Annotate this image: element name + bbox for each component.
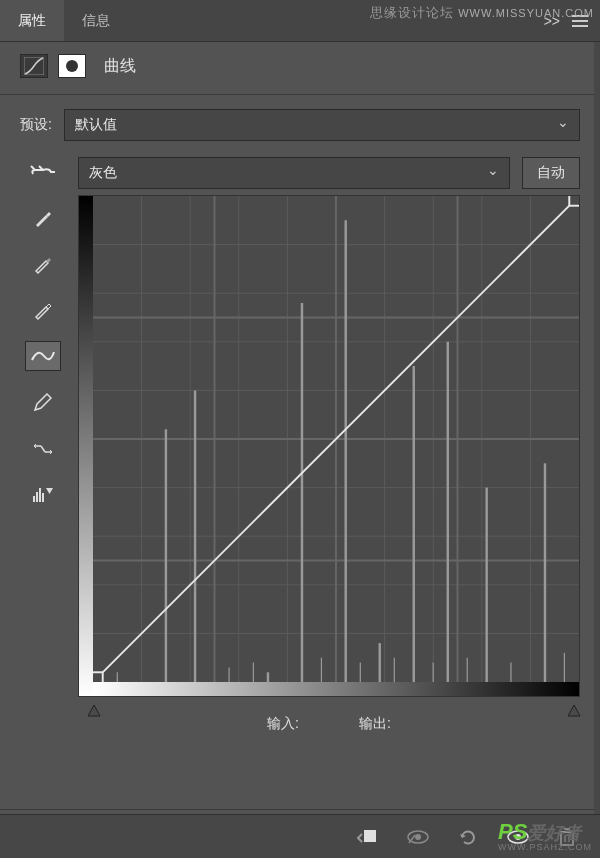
eyedropper-gray-icon[interactable] (25, 249, 61, 279)
preset-label: 预设: (20, 116, 52, 134)
svg-rect-6 (36, 492, 38, 502)
channel-select[interactable]: 灰色 (78, 157, 510, 189)
output-gradient (79, 196, 93, 696)
watermark-bottom: PS爱好者 WWW.PSAHZ.COM (498, 819, 592, 852)
curve-point-tool-icon[interactable] (25, 341, 61, 371)
reset-icon[interactable] (458, 828, 478, 846)
curves-adjustment-icon (20, 54, 48, 78)
curve-tools (20, 195, 66, 795)
pencil-tool-icon[interactable] (25, 387, 61, 417)
chevron-down-icon (487, 165, 499, 181)
eyedropper-black-icon[interactable] (25, 203, 61, 233)
histogram-clip-icon[interactable] (25, 479, 61, 509)
svg-point-4 (66, 60, 78, 72)
chevron-down-icon (557, 117, 569, 133)
curve-graph[interactable] (78, 195, 580, 697)
svg-point-56 (415, 834, 421, 840)
input-gradient (93, 682, 579, 696)
preset-value: 默认值 (75, 116, 117, 134)
input-value-label: 输入: (267, 715, 299, 733)
black-point-slider[interactable] (87, 704, 101, 718)
tab-info[interactable]: 信息 (64, 0, 128, 41)
channel-value: 灰色 (89, 164, 117, 182)
output-value-label: 输出: (359, 715, 391, 733)
svg-rect-53 (569, 196, 579, 206)
watermark-top: 思缘设计论坛 WWW.MISSYUAN.COM (370, 4, 594, 22)
auto-button[interactable]: 自动 (522, 157, 580, 189)
preset-select[interactable]: 默认值 (64, 109, 580, 141)
targeted-adjust-icon[interactable] (20, 162, 66, 184)
adjustment-type-label: 曲线 (104, 56, 136, 77)
svg-rect-7 (39, 488, 41, 502)
scrollbar-track[interactable] (594, 42, 600, 814)
svg-rect-54 (364, 830, 376, 842)
tab-properties[interactable]: 属性 (0, 0, 64, 41)
svg-rect-8 (42, 493, 44, 502)
layer-mask-icon[interactable] (58, 54, 86, 78)
view-previous-icon[interactable] (406, 829, 430, 845)
adjustment-header: 曲线 (0, 42, 600, 90)
clip-to-layer-icon[interactable] (356, 828, 378, 846)
svg-rect-5 (33, 496, 35, 502)
eyedropper-white-icon[interactable] (25, 295, 61, 325)
svg-rect-52 (93, 672, 103, 682)
smooth-curve-icon[interactable] (25, 433, 61, 463)
white-point-slider[interactable] (567, 704, 581, 718)
